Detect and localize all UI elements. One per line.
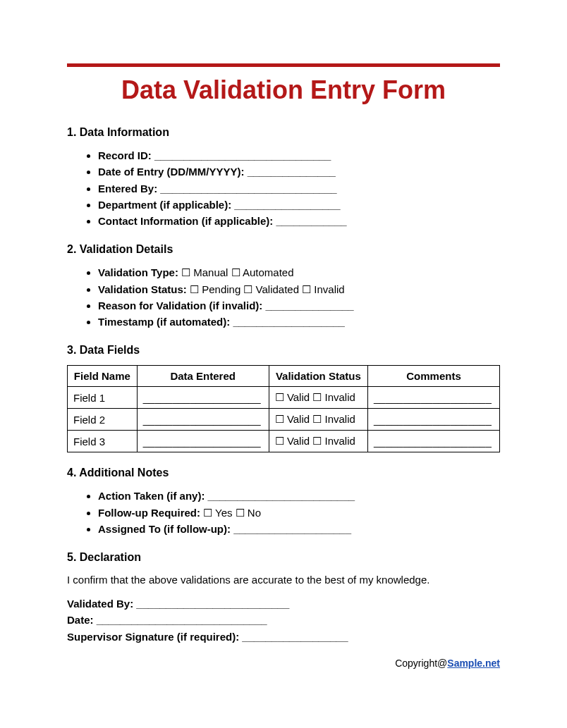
section-5-head: 5. Declaration xyxy=(67,551,500,564)
department-field[interactable]: Department (if applicable): ____________… xyxy=(98,197,500,213)
cell-data-entered[interactable]: ____________________ xyxy=(137,409,269,431)
cell-data-entered[interactable]: ____________________ xyxy=(137,431,269,452)
table-row: Field 3 ____________________ ☐ Valid ☐ I… xyxy=(68,431,500,452)
cell-comments[interactable]: ____________________ xyxy=(367,409,499,431)
data-fields-table: Field Name Data Entered Validation Statu… xyxy=(67,365,500,452)
copyright-prefix: Copyright@ xyxy=(395,658,447,669)
cell-validation-status[interactable]: ☐ Valid ☐ Invalid xyxy=(269,431,367,452)
timestamp-field[interactable]: Timestamp (if automated): ______________… xyxy=(98,314,500,330)
cell-field-name: Field 2 xyxy=(68,409,138,431)
date-of-entry-field[interactable]: Date of Entry (DD/MM/YYYY): ____________… xyxy=(98,164,500,180)
declaration-text: I confirm that the above validations are… xyxy=(67,574,500,586)
section-1-head: 1. Data Information xyxy=(67,126,500,139)
section-3-head: 3. Data Fields xyxy=(67,344,500,357)
document-page: Data Validation Entry Form 1. Data Infor… xyxy=(0,0,567,697)
cell-comments[interactable]: ____________________ xyxy=(367,387,499,409)
section-4-list: Action Taken (if any): _________________… xyxy=(83,488,500,537)
th-field-name: Field Name xyxy=(68,366,138,387)
copyright-link[interactable]: Sample.net xyxy=(447,658,500,669)
supervisor-signature-line[interactable]: Supervisor Signature (if required): ____… xyxy=(67,629,500,645)
cell-data-entered[interactable]: ____________________ xyxy=(137,387,269,409)
cell-validation-status[interactable]: ☐ Valid ☐ Invalid xyxy=(269,409,367,431)
cell-field-name: Field 3 xyxy=(68,431,138,452)
cell-validation-status[interactable]: ☐ Valid ☐ Invalid xyxy=(269,387,367,409)
followup-options[interactable]: ☐ Yes ☐ No xyxy=(203,507,261,519)
table-header-row: Field Name Data Entered Validation Statu… xyxy=(68,366,500,387)
validation-type-options[interactable]: ☐ Manual ☐ Automated xyxy=(181,266,293,278)
th-comments: Comments xyxy=(367,366,499,387)
section-1-list: Record ID: _____________________________… xyxy=(83,147,500,229)
section-2-list: Validation Type: ☐ Manual ☐ Automated Va… xyxy=(83,264,500,330)
followup-label: Follow-up Required: xyxy=(98,507,203,519)
section-4-head: 4. Additional Notes xyxy=(67,467,500,479)
date-line[interactable]: Date: _____________________________ xyxy=(67,612,500,628)
action-taken-field[interactable]: Action Taken (if any): _________________… xyxy=(98,488,500,504)
th-data-entered: Data Entered xyxy=(137,366,269,387)
assigned-to-field[interactable]: Assigned To (if follow-up): ____________… xyxy=(98,521,500,537)
contact-field[interactable]: Contact Information (if applicable): ___… xyxy=(98,213,500,229)
entered-by-field[interactable]: Entered By: ____________________________… xyxy=(98,180,500,197)
reason-field[interactable]: Reason for Validation (if invalid): ____… xyxy=(98,297,500,314)
top-rule xyxy=(67,63,500,67)
validation-status-label: Validation Status: xyxy=(98,283,190,295)
th-validation-status: Validation Status xyxy=(269,366,367,387)
validation-type-field[interactable]: Validation Type: ☐ Manual ☐ Automated xyxy=(98,264,500,280)
table-row: Field 2 ____________________ ☐ Valid ☐ I… xyxy=(68,409,500,431)
copyright-footer: Copyright@Sample.net xyxy=(67,658,500,669)
cell-field-name: Field 1 xyxy=(68,387,138,409)
validation-status-field[interactable]: Validation Status: ☐ Pending ☐ Validated… xyxy=(98,281,500,297)
record-id-field[interactable]: Record ID: _____________________________… xyxy=(98,147,500,164)
validation-status-options[interactable]: ☐ Pending ☐ Validated ☐ Invalid xyxy=(190,283,345,295)
validated-by-line[interactable]: Validated By: __________________________ xyxy=(67,596,500,612)
signature-block: Validated By: __________________________… xyxy=(67,596,500,645)
table-row: Field 1 ____________________ ☐ Valid ☐ I… xyxy=(68,387,500,409)
cell-comments[interactable]: ____________________ xyxy=(367,431,499,452)
section-2-head: 2. Validation Details xyxy=(67,243,500,256)
form-title: Data Validation Entry Form xyxy=(67,75,500,105)
followup-required-field[interactable]: Follow-up Required: ☐ Yes ☐ No xyxy=(98,505,500,521)
validation-type-label: Validation Type: xyxy=(98,266,181,278)
